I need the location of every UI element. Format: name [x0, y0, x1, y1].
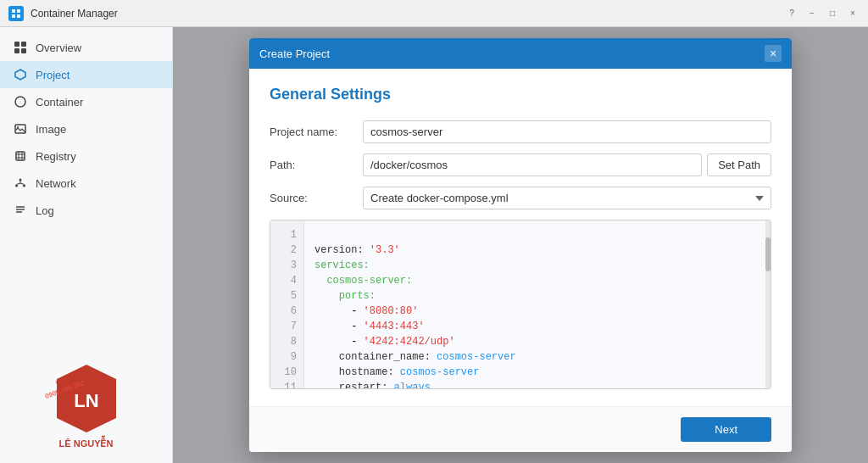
- svg-point-8: [15, 97, 25, 107]
- app-icon: [8, 6, 24, 21]
- logo-area: LN 0905.165.362 itbcm.vn LÊ NGUYỄN: [0, 343, 172, 463]
- window-controls: ? − □ ×: [785, 7, 860, 20]
- svg-rect-5: [21, 42, 26, 47]
- sidebar-label-image: Image: [36, 123, 66, 136]
- line-num-10: 10: [270, 365, 303, 380]
- modal-close-button[interactable]: ×: [765, 45, 782, 62]
- registry-icon: [14, 149, 27, 163]
- modal-heading: General Settings: [270, 86, 771, 103]
- close-button[interactable]: ×: [846, 7, 860, 20]
- svg-point-14: [23, 185, 25, 187]
- svg-point-12: [19, 179, 22, 181]
- main-content: Create Project × General Settings Projec…: [173, 27, 868, 463]
- sidebar-item-project[interactable]: Project: [0, 61, 172, 88]
- line-numbers: 1 2 3 4 5 6 7 8 9 10 11: [270, 220, 304, 388]
- network-icon: [14, 176, 27, 190]
- path-label: Path:: [270, 159, 363, 171]
- line-num-7: 7: [270, 319, 303, 334]
- sidebar-item-container[interactable]: Container: [0, 88, 172, 115]
- sidebar-item-overview[interactable]: Overview: [0, 34, 172, 61]
- scrollbar-track: [765, 220, 771, 388]
- sidebar-item-registry[interactable]: Registry: [0, 142, 172, 170]
- image-icon: [14, 122, 27, 136]
- sidebar-label-registry: Registry: [36, 150, 76, 163]
- scrollbar-thumb[interactable]: [765, 237, 771, 271]
- grid-icon: [14, 41, 27, 54]
- sidebar-item-image[interactable]: Image: [0, 115, 172, 142]
- source-select[interactable]: Create docker-compose.yml Upload docker-…: [363, 187, 771, 209]
- container-icon: [14, 95, 27, 109]
- minimize-button[interactable]: −: [805, 7, 819, 20]
- modal-title: Create Project: [259, 47, 765, 60]
- sidebar-label-network: Network: [36, 177, 76, 190]
- svg-text:LN: LN: [74, 390, 98, 411]
- code-content: 1 2 3 4 5 6 7 8 9 10 11: [270, 220, 771, 388]
- title-bar: Container Manager ? − □ ×: [0, 0, 868, 27]
- svg-rect-3: [17, 14, 20, 18]
- project-name-input[interactable]: [363, 120, 771, 143]
- sidebar-label-log: Log: [36, 204, 54, 217]
- path-input[interactable]: [363, 153, 702, 176]
- path-row: Path: Set Path: [270, 153, 771, 176]
- modal-footer: Next: [249, 406, 792, 452]
- logo-graphic: LN 0905.165.362 itbcm.vn: [48, 360, 125, 437]
- logo-brand: LÊ NGUYỄN: [59, 438, 114, 449]
- app-title: Container Manager: [31, 8, 785, 20]
- help-button[interactable]: ?: [785, 7, 798, 20]
- set-path-button[interactable]: Set Path: [707, 153, 771, 176]
- svg-rect-4: [14, 42, 19, 47]
- line-num-11: 11: [270, 380, 303, 388]
- sidebar-label-project: Project: [36, 69, 70, 81]
- svg-rect-2: [12, 14, 15, 18]
- source-label: Source:: [270, 192, 363, 204]
- sidebar-item-log[interactable]: Log: [0, 197, 172, 224]
- code-text-area[interactable]: version: '3.3' services: cosmos-server: …: [304, 220, 771, 388]
- svg-rect-11: [16, 152, 25, 160]
- sidebar: Overview Project Container: [0, 27, 173, 463]
- app-body: Overview Project Container: [0, 27, 868, 463]
- project-name-label: Project name:: [270, 126, 363, 138]
- line-num-8: 8: [270, 334, 303, 349]
- log-icon: [14, 204, 27, 217]
- svg-rect-1: [17, 9, 20, 13]
- svg-rect-7: [21, 48, 26, 53]
- path-input-group: Set Path: [363, 153, 771, 176]
- svg-rect-6: [14, 48, 19, 53]
- line-num-9: 9: [270, 349, 303, 365]
- box-icon: [14, 68, 27, 81]
- sidebar-label-overview: Overview: [36, 42, 81, 54]
- sidebar-nav: Overview Project Container: [0, 27, 172, 343]
- source-row: Source: Create docker-compose.yml Upload…: [270, 187, 771, 209]
- project-name-row: Project name:: [270, 120, 771, 143]
- modal-overlay: Create Project × General Settings Projec…: [173, 27, 868, 463]
- modal-body: General Settings Project name: Path: Set…: [249, 69, 792, 406]
- line-num-4: 4: [270, 273, 303, 288]
- modal-titlebar: Create Project ×: [249, 38, 792, 69]
- sidebar-label-container: Container: [36, 96, 83, 109]
- maximize-button[interactable]: □: [826, 7, 839, 20]
- code-editor: 1 2 3 4 5 6 7 8 9 10 11: [270, 220, 771, 389]
- svg-rect-0: [12, 9, 15, 13]
- next-button[interactable]: Next: [681, 417, 771, 442]
- line-num-6: 6: [270, 304, 303, 319]
- line-num-1: 1: [270, 227, 303, 243]
- line-num-2: 2: [270, 243, 303, 258]
- svg-point-13: [15, 185, 18, 187]
- sidebar-item-network[interactable]: Network: [0, 170, 172, 197]
- line-num-3: 3: [270, 258, 303, 273]
- line-num-5: 5: [270, 288, 303, 304]
- create-project-modal: Create Project × General Settings Projec…: [249, 38, 792, 452]
